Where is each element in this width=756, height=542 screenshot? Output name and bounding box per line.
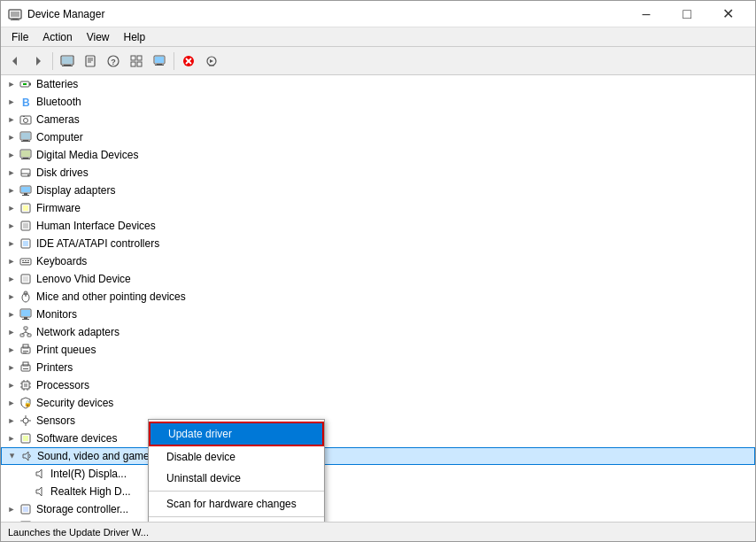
list-item[interactable]: ► Monitors <box>1 306 755 323</box>
svg-marker-104 <box>36 469 42 478</box>
list-item[interactable]: ► Batteries <box>1 75 755 93</box>
svg-rect-9 <box>62 66 73 66</box>
expand-arrow: ► <box>4 343 19 357</box>
svg-marker-4 <box>12 57 17 66</box>
expand-arrow: ► <box>4 130 19 144</box>
context-menu-disable-device[interactable]: Disable device <box>149 446 324 468</box>
toolbar-forward-button[interactable] <box>27 50 49 72</box>
menu-help[interactable]: Help <box>117 29 153 45</box>
expand-arrow: ► <box>4 166 19 180</box>
expand-arrow: ► <box>4 502 19 516</box>
storage-icon <box>19 502 33 516</box>
window-controls: – □ ✕ <box>626 1 748 27</box>
svg-rect-17 <box>137 56 142 60</box>
context-menu-properties[interactable]: Properties <box>149 519 324 522</box>
svg-rect-84 <box>23 368 28 369</box>
list-item[interactable]: Intel(R) Displa... <box>1 465 755 483</box>
list-item[interactable]: ► Computer <box>1 128 755 146</box>
svg-text:?: ? <box>111 58 116 66</box>
list-item[interactable]: ► 🔒 Security devices <box>1 394 755 412</box>
list-item[interactable]: ► System devices <box>1 518 755 522</box>
toolbar-uninstall-button[interactable] <box>178 50 199 72</box>
list-item[interactable]: ► Human Interface Devices <box>1 217 755 235</box>
toolbar-view-button[interactable] <box>126 50 147 72</box>
device-tree[interactable]: ► Batteries ► B Bluetooth ► Ca <box>1 75 755 522</box>
list-item[interactable]: ► Firmware <box>1 199 755 217</box>
minimize-button[interactable]: – <box>626 1 667 27</box>
security-icon: 🔒 <box>19 396 33 410</box>
list-item[interactable]: ► Software devices <box>1 430 755 447</box>
svg-rect-59 <box>22 260 24 261</box>
menu-bar: File Action View Help <box>1 27 755 47</box>
maximize-button[interactable]: □ <box>667 1 707 27</box>
list-item[interactable]: ► Mice and other pointing devices <box>1 288 755 306</box>
context-menu-update-driver[interactable]: Update driver <box>149 422 324 446</box>
svg-text:B: B <box>22 97 30 108</box>
bluetooth-label: Bluetooth <box>36 96 81 108</box>
sound-video-item[interactable]: ► Sound, video and game controllers <box>1 447 755 465</box>
list-item[interactable]: ► Network adapters <box>1 323 755 341</box>
expand-arrow: ► <box>4 112 19 127</box>
list-item[interactable]: ► IDE ATA/ATAPI controllers <box>1 235 755 252</box>
processors-label: Processors <box>36 379 89 391</box>
batteries-label: Batteries <box>36 78 78 90</box>
list-item[interactable]: Realtek High D... <box>1 483 755 500</box>
toolbar-monitor-button[interactable] <box>149 50 170 72</box>
context-menu-scan[interactable]: Scan for hardware changes <box>149 493 324 515</box>
list-item[interactable]: ► Digital Media Devices <box>1 146 755 164</box>
toolbar-help-button[interactable]: ? <box>103 50 124 72</box>
menu-view[interactable]: View <box>80 29 117 45</box>
lenovo-icon <box>19 272 33 286</box>
menu-file[interactable]: File <box>4 29 35 45</box>
svg-rect-55 <box>23 223 28 228</box>
list-item[interactable]: ► Processors <box>1 376 755 394</box>
monitors-label: Monitors <box>36 308 77 321</box>
status-bar: Launches the Update Driver W... <box>1 522 755 541</box>
list-item[interactable]: ► Cameras <box>1 111 755 128</box>
svg-marker-5 <box>36 57 41 66</box>
toolbar-back-button[interactable] <box>4 50 26 72</box>
list-item[interactable]: ► Keyboards <box>1 252 755 270</box>
expand-arrow: ► <box>4 325 19 339</box>
toolbar-properties-button[interactable] <box>80 50 101 72</box>
hid-label: Human Interface Devices <box>36 220 156 232</box>
list-item[interactable]: ► Storage controller... <box>1 500 755 518</box>
expand-arrow: ► <box>4 290 19 304</box>
system-devices-label: System devices <box>36 521 111 522</box>
monitors-icon <box>19 307 33 321</box>
sensors-label: Sensors <box>36 414 75 427</box>
close-button[interactable]: ✕ <box>707 1 748 27</box>
list-item[interactable]: ► Print queues <box>1 341 755 359</box>
computer-label: Computer <box>36 131 83 143</box>
svg-rect-3 <box>11 19 19 20</box>
intel-audio-label: Intel(R) Displa... <box>50 468 127 480</box>
context-menu-separator <box>149 491 324 492</box>
intel-audio-icon <box>33 467 47 481</box>
network-label: Network adapters <box>36 326 120 338</box>
context-menu-uninstall-device[interactable]: Uninstall device <box>149 468 324 489</box>
display-adapters-label: Display adapters <box>36 184 115 197</box>
list-item[interactable]: ► Sensors <box>1 412 755 430</box>
toolbar-scan-button[interactable] <box>201 50 222 72</box>
svg-marker-103 <box>23 452 28 461</box>
list-item[interactable]: ► Printers <box>1 359 755 376</box>
window-title: Device Manager <box>27 8 626 20</box>
svg-rect-10 <box>86 56 95 66</box>
list-item[interactable]: ► Display adapters <box>1 182 755 199</box>
list-item[interactable]: ► Disk drives <box>1 164 755 182</box>
svg-rect-102 <box>23 436 28 441</box>
mice-label: Mice and other pointing devices <box>36 290 186 303</box>
toolbar-separator-1 <box>52 52 53 70</box>
svg-rect-73 <box>20 334 24 337</box>
menu-action[interactable]: Action <box>35 29 79 45</box>
toolbar-device-manager-button[interactable] <box>57 50 78 72</box>
list-item[interactable]: ► B Bluetooth <box>1 93 755 111</box>
mice-icon <box>19 290 33 304</box>
svg-rect-23 <box>155 65 164 66</box>
list-item[interactable]: ► Lenovo Vhid Device <box>1 270 755 288</box>
expand-arrow-sound: ► <box>5 449 19 463</box>
svg-rect-16 <box>131 56 135 60</box>
software-devices-label: Software devices <box>36 432 117 445</box>
expand-arrow: ► <box>4 360 19 375</box>
svg-rect-44 <box>21 159 30 159</box>
